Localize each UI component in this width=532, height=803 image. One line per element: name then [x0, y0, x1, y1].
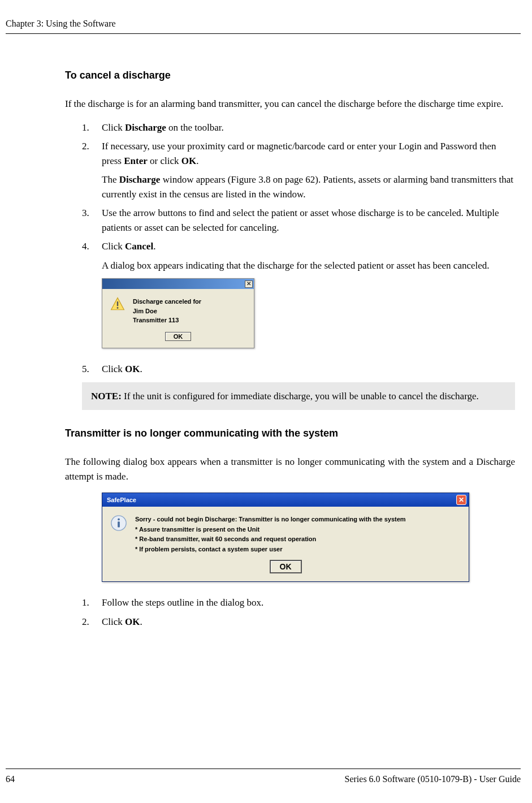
step-text: Click	[102, 122, 125, 133]
sub-suffix: window appears (Figure 3.8 on page 62). …	[102, 174, 513, 200]
step-text: Follow the steps outline in the dialog b…	[102, 597, 263, 608]
svg-rect-1	[117, 301, 118, 306]
dialog-body: Sorry - could not begin Discharge: Trans…	[102, 507, 469, 560]
page-footer: 64 Series 6.0 Software (0510-1079-B) - U…	[17, 769, 521, 786]
step-text-after: .	[140, 364, 142, 374]
info-icon	[110, 515, 127, 534]
step-text-after: .	[140, 616, 142, 627]
footer-rule	[6, 769, 521, 769]
svg-point-2	[117, 307, 119, 309]
chapter-header: Chapter 3: Using the Software	[6, 17, 515, 31]
dialog-line1: Discharge canceled for	[133, 297, 201, 306]
dialog-buttons: OK	[102, 560, 469, 581]
step-4-sub: A dialog box appears indicating that the…	[102, 258, 515, 273]
dialog-message: Discharge canceled for Jim Doe Transmitt…	[133, 297, 201, 325]
bold-ok: OK	[125, 616, 140, 627]
dialog-line2: * Assure transmitter is present on the U…	[135, 525, 406, 535]
dialog-body: Discharge canceled for Jim Doe Transmitt…	[102, 289, 254, 332]
bold-discharge-window: Discharge	[119, 174, 161, 185]
note-label: NOTE:	[91, 391, 122, 402]
bold-discharge: Discharge	[125, 122, 166, 133]
dialog-buttons: OK	[102, 332, 254, 348]
step-2-sub: The Discharge window appears (Figure 3.8…	[102, 172, 515, 201]
dialog-line3: * Re-band transmitter, wait 60 seconds a…	[135, 534, 406, 545]
discharge-canceled-dialog: ✕ Discharge canceled for Jim Doe Transmi…	[102, 278, 254, 348]
step-text: Click	[102, 241, 125, 252]
warning-icon	[110, 297, 125, 325]
step-2: 2. Click OK.	[82, 615, 515, 629]
close-icon[interactable]: ✕	[245, 280, 253, 288]
step-number: 1.	[82, 595, 89, 610]
step-text-after: .	[196, 156, 198, 166]
safeplace-dialog: SafePlace ✕ Sorry - could not begin Disc…	[102, 493, 469, 582]
step-number: 2.	[82, 615, 89, 629]
step-1: 1. Follow the steps outline in the dialo…	[82, 595, 515, 610]
section1-intro: If the discharge is for an alarming band…	[65, 97, 515, 111]
steps-list-1b: 5. Click OK.	[82, 362, 515, 377]
step-5: 5. Click OK.	[82, 362, 515, 377]
step-text: Click	[102, 364, 125, 374]
step-text: Click	[102, 616, 125, 627]
dialog-titlebar: SafePlace ✕	[102, 493, 469, 507]
step-number: 1.	[82, 120, 89, 135]
svg-point-4	[118, 519, 120, 521]
dialog-title: SafePlace	[107, 495, 136, 505]
section-title-transmitter: Transmitter is no longer communicating w…	[65, 426, 515, 441]
dialog-message: Sorry - could not begin Discharge: Trans…	[135, 515, 406, 554]
dialog-titlebar: ✕	[102, 279, 254, 289]
step-number: 2.	[82, 139, 89, 154]
bold-enter: Enter	[124, 156, 148, 166]
step-number: 4.	[82, 239, 89, 254]
step-2: 2. If necessary, use your proximity card…	[82, 139, 515, 201]
step-text-after: on the toolbar.	[166, 122, 224, 133]
section-title-cancel-discharge: To cancel a discharge	[65, 68, 515, 83]
dialog-line1: Sorry - could not begin Discharge: Trans…	[135, 515, 406, 525]
page-number: 64	[6, 772, 15, 786]
step-text-after: .	[153, 241, 155, 252]
note-box: NOTE: If the unit is configured for imme…	[82, 382, 515, 411]
step-3: 3. Use the arrow buttons to find and sel…	[82, 206, 515, 235]
bold-cancel: Cancel	[125, 241, 153, 252]
ok-button[interactable]: OK	[165, 332, 192, 341]
dialog-line2: Jim Doe	[133, 306, 201, 316]
step-text: Use the arrow buttons to find and select…	[102, 208, 499, 233]
step-number: 3.	[82, 206, 89, 221]
section2-intro: The following dialog box appears when a …	[65, 455, 515, 483]
close-icon[interactable]: ✕	[456, 495, 466, 505]
footer-row: 64 Series 6.0 Software (0510-1079-B) - U…	[6, 772, 521, 786]
dialog-line3: Transmitter 113	[133, 316, 201, 325]
step-number: 5.	[82, 362, 89, 377]
sub-prefix: The	[102, 174, 119, 185]
bold-ok: OK	[125, 364, 140, 374]
note-text: If the unit is configured for immediate …	[122, 391, 479, 402]
step-text-mid: or click	[148, 156, 181, 166]
steps-list-1: 1. Click Discharge on the toolbar. 2. If…	[82, 120, 515, 273]
bold-ok: OK	[181, 156, 196, 166]
svg-rect-5	[118, 521, 120, 527]
dialog-line4: * If problem persists, contact a system …	[135, 545, 406, 555]
step-1: 1. Click Discharge on the toolbar.	[82, 120, 515, 135]
steps-list-2: 1. Follow the steps outline in the dialo…	[82, 595, 515, 629]
ok-button[interactable]: OK	[270, 560, 302, 573]
manual-title: Series 6.0 Software (0510-1079-B) - User…	[345, 772, 521, 786]
step-4: 4. Click Cancel. A dialog box appears in…	[82, 239, 515, 273]
header-rule	[6, 33, 521, 34]
page-content: To cancel a discharge If the discharge i…	[65, 68, 515, 629]
